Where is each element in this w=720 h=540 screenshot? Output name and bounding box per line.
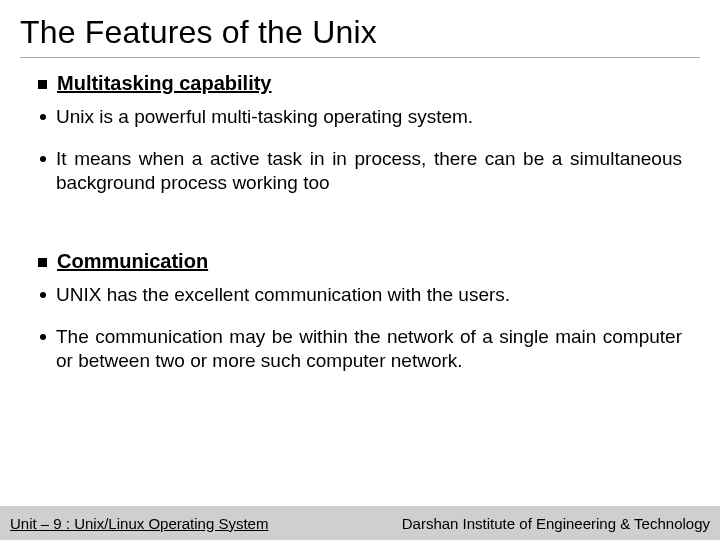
bullet-icon <box>40 114 46 120</box>
slide-content: Multitasking capability Unix is a powerf… <box>20 72 700 373</box>
section-heading-label: Communication <box>57 250 208 273</box>
spacer <box>38 212 682 240</box>
section-heading: Multitasking capability <box>38 72 682 95</box>
list-item: It means when a active task in in proces… <box>38 147 682 195</box>
list-item-text: The communication may be within the netw… <box>56 325 682 373</box>
footer-right: Darshan Institute of Engineering & Techn… <box>402 515 710 532</box>
slide: The Features of the Unix Multitasking ca… <box>0 0 720 540</box>
list-item-text: UNIX has the excellent communication wit… <box>56 283 510 307</box>
square-bullet-icon <box>38 80 47 89</box>
bullet-icon <box>40 156 46 162</box>
list-item: Unix is a powerful multi-tasking operati… <box>38 105 682 129</box>
section-heading-label: Multitasking capability <box>57 72 271 95</box>
bullet-icon <box>40 292 46 298</box>
bullet-icon <box>40 334 46 340</box>
square-bullet-icon <box>38 258 47 267</box>
list-item-text: It means when a active task in in proces… <box>56 147 682 195</box>
section-heading: Communication <box>38 250 682 273</box>
footer-left: Unit – 9 : Unix/Linux Operating System <box>10 515 268 532</box>
slide-title: The Features of the Unix <box>20 14 700 58</box>
list-item: UNIX has the excellent communication wit… <box>38 283 682 307</box>
list-item: The communication may be within the netw… <box>38 325 682 373</box>
slide-footer: Unit – 9 : Unix/Linux Operating System D… <box>0 506 720 540</box>
list-item-text: Unix is a powerful multi-tasking operati… <box>56 105 473 129</box>
